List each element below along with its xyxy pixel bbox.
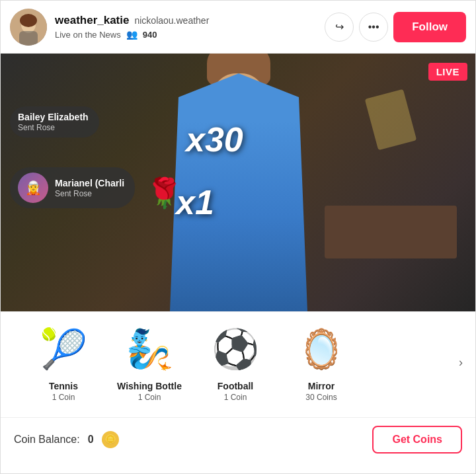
live-badge: LIVE <box>428 63 467 81</box>
gift-item-tennis[interactable]: 🎾Tennis1 Coin <box>20 323 106 402</box>
gift-name-football: Football <box>218 381 253 391</box>
gift-name-wishing-bottle: Wishing Bottle <box>117 381 182 391</box>
share-button[interactable]: ↪ <box>325 13 354 42</box>
header: weather_katie nickolaou.weather Live on … <box>1 1 475 54</box>
gift-row: 🎾Tennis1 Coin🧞Wishing Bottle1 Coin⚽Footb… <box>1 323 475 402</box>
studio-desk <box>325 206 457 258</box>
multiplier-1: x1 <box>176 182 214 222</box>
viewers-icon: 👥 <box>126 29 138 40</box>
gift-item-mirror[interactable]: 🪞Mirror30 Coins <box>278 323 364 402</box>
svg-rect-3 <box>19 31 38 46</box>
notification-1: Bailey Elizabeth Sent Rose <box>10 106 99 138</box>
gift-item-football[interactable]: ⚽Football1 Coin <box>192 323 278 402</box>
next-gifts-button[interactable]: › <box>450 352 471 373</box>
notif2-name: Marianel (Charli <box>55 178 124 188</box>
gift-icon-tennis: 🎾 <box>37 323 90 375</box>
gift-name-tennis: Tennis <box>49 381 78 391</box>
header-actions: ↪ ••• Follow <box>325 12 466 42</box>
notif2-action: Sent Rose <box>55 189 124 198</box>
display-name: nickolaou.weather <box>134 15 209 26</box>
bottom-bar: Coin Balance: 0 🪙 Get Coins <box>1 417 475 461</box>
coin-balance-label: Coin Balance: <box>14 434 80 446</box>
multiplier-30: x30 <box>186 120 243 159</box>
gift-cost-football: 1 Coin <box>224 393 247 402</box>
more-button[interactable]: ••• <box>359 13 388 42</box>
coin-icon: 🪙 <box>102 431 119 448</box>
more-icon: ••• <box>368 21 379 33</box>
gift-icon-wishing-bottle: 🧞 <box>123 323 176 375</box>
get-coins-button[interactable]: Get Coins <box>372 426 462 454</box>
gift-item-wishing-bottle[interactable]: 🧞Wishing Bottle1 Coin <box>106 323 192 402</box>
svg-point-2 <box>20 14 37 27</box>
avatar <box>10 9 47 46</box>
live-status: Live on the News <box>55 30 121 40</box>
notif1-name: Bailey Elizabeth <box>18 112 89 122</box>
follow-button[interactable]: Follow <box>393 12 466 42</box>
header-info: weather_katie nickolaou.weather Live on … <box>55 14 325 40</box>
username: weather_katie <box>55 14 129 27</box>
notification-2: 🧝 Marianel (Charli Sent Rose <box>10 167 135 208</box>
gift-icon-mirror: 🪞 <box>295 323 348 375</box>
video-area: LIVE Bailey Elizabeth Sent Rose 🧝 Marian… <box>1 54 476 311</box>
notif1-action: Sent Rose <box>18 123 89 132</box>
gift-icon-football: ⚽ <box>209 323 262 375</box>
gift-cost-mirror: 30 Coins <box>305 393 337 402</box>
gift-panel: 🎾Tennis1 Coin🧞Wishing Bottle1 Coin⚽Footb… <box>1 311 475 417</box>
notif2-avatar: 🧝 <box>18 173 48 203</box>
gift-cost-tennis: 1 Coin <box>52 393 75 402</box>
gift-name-mirror: Mirror <box>308 381 335 391</box>
share-icon: ↪ <box>335 20 344 33</box>
gift-cost-wishing-bottle: 1 Coin <box>138 393 161 402</box>
viewer-count: 940 <box>143 30 157 40</box>
coin-amount: 0 <box>88 434 94 446</box>
